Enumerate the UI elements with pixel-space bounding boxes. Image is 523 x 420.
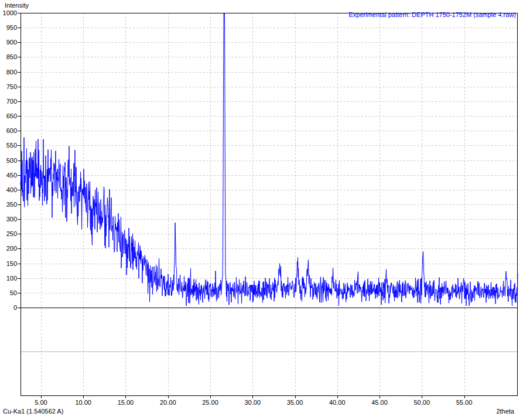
x-tick-label: 35.00 — [287, 399, 303, 406]
y-tick-label: 500 — [6, 157, 17, 164]
y-tick-label: 950 — [6, 24, 17, 31]
x-tick-label: 20.00 — [160, 399, 176, 406]
y-tick-label: 200 — [6, 245, 17, 252]
y-tick-label: 800 — [6, 69, 17, 76]
y-tick-label: 0 — [13, 304, 17, 311]
x-tick-label: 50.00 — [414, 399, 430, 406]
x-tick-label: 15.00 — [118, 399, 134, 406]
y-axis-title: Intensity — [5, 2, 29, 9]
x-tick-label: 40.00 — [329, 399, 346, 406]
y-tick-label: 300 — [6, 216, 17, 223]
y-tick-label: 150 — [6, 260, 17, 267]
x-tick-label: 5.00 — [35, 399, 47, 406]
x-tick-label: 30.00 — [244, 399, 261, 406]
y-tick-label: 400 — [6, 186, 17, 193]
y-tick-label: 350 — [6, 201, 17, 208]
experimental-pattern-legend: Experimental pattern: DEPTH 1750-1752M (… — [348, 11, 516, 18]
y-tick-label: 250 — [6, 230, 17, 237]
xrd-chart[interactable]: 0501001502002503003504004505005506006507… — [0, 0, 523, 420]
y-tick-label: 600 — [6, 127, 17, 134]
y-tick-label: 750 — [6, 83, 17, 90]
y-tick-label: 50 — [10, 289, 17, 296]
y-tick-label: 1000 — [3, 9, 17, 16]
x-tick-label: 25.00 — [202, 399, 218, 406]
x-tick-label: 10.00 — [75, 399, 91, 406]
x-tick-label: 45.00 — [371, 399, 388, 406]
diffraction-pattern-viewer: 0501001502002503003504004505005506006507… — [0, 0, 523, 420]
y-tick-label: 650 — [6, 112, 17, 119]
y-tick-label: 850 — [6, 53, 17, 60]
y-tick-label: 550 — [6, 142, 17, 149]
x-axis-title: 2theta — [496, 408, 514, 415]
wavelength-label: Cu-Ka1 (1.540562 A) — [3, 408, 63, 415]
x-tick-label: 55.00 — [456, 399, 473, 406]
y-tick-label: 100 — [6, 275, 17, 282]
y-tick-label: 900 — [6, 39, 17, 46]
y-tick-label: 700 — [6, 98, 17, 105]
y-tick-label: 450 — [6, 172, 17, 179]
